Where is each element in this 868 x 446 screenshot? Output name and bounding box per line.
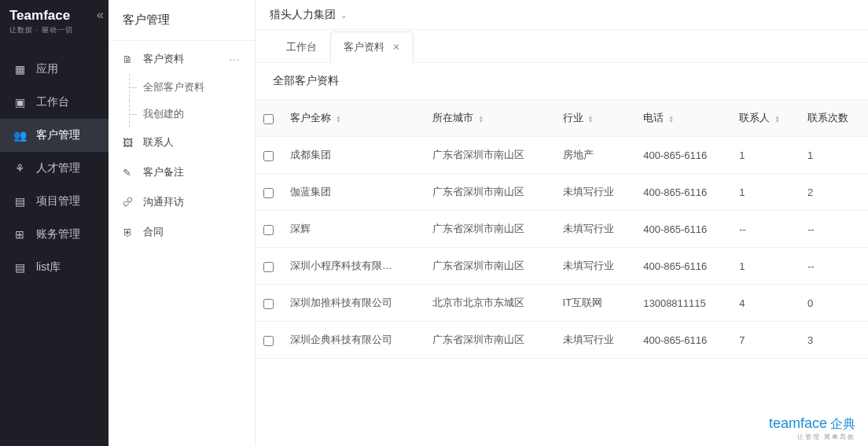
footer-brand: teamface企典 让管理·简单高效 (769, 415, 855, 441)
col-phone[interactable]: 电话▲▼ (635, 100, 731, 137)
more-icon[interactable]: ··· (229, 53, 241, 65)
row-checkbox[interactable] (263, 262, 274, 272)
workbench-icon: ▣ (13, 96, 27, 109)
chat-icon: 🗪 (123, 197, 135, 208)
table-row[interactable]: 深圳小程序科技有限…广东省深圳市南山区未填写行业400-865-61161-- (256, 248, 868, 285)
table-header-row: 客户全称▲▼ 所在城市▲▼ 行业▲▼ 电话▲▼ 联系人▲▼ 联系次数 (256, 100, 868, 137)
subnav-sub-my-created[interactable]: 我创建的 (143, 101, 255, 127)
tab-bar: 工作台 客户资料✕ (256, 30, 868, 63)
cell-city: 广东省深圳市南山区 (425, 248, 554, 285)
apps-icon: ▦ (13, 63, 27, 76)
col-city[interactable]: 所在城市▲▼ (425, 100, 554, 137)
subnav-item-contacts[interactable]: 🖾联系人 (108, 127, 255, 157)
select-all-checkbox[interactable] (263, 114, 274, 124)
sort-icon: ▲▼ (774, 115, 780, 123)
cell-contact: 4 (731, 285, 800, 322)
document-icon: 🗎 (123, 53, 135, 65)
main-nav: ▦应用 ▣工作台 👥客户管理 ⚘人才管理 ▤项目管理 ⊞账务管理 ▤list库 (0, 42, 108, 446)
cell-name: 深辉 (282, 211, 425, 248)
nav-item-workbench[interactable]: ▣工作台 (0, 86, 108, 119)
sub-nav: 客户管理 🗎 客户资料 ··· 全部客户资料 我创建的 🖾联系人 ✎客户备注 🗪… (108, 0, 256, 446)
sort-icon: ▲▼ (588, 115, 594, 123)
tab-workbench[interactable]: 工作台 (273, 31, 330, 62)
shield-icon: ⛨ (123, 227, 135, 238)
cell-name: 伽蓝集团 (282, 174, 425, 211)
projects-icon: ▤ (13, 195, 27, 208)
cell-city: 北京市北京市东城区 (425, 285, 554, 322)
subnav-item-customer-data[interactable]: 🗎 客户资料 ··· (108, 44, 255, 74)
cell-count: -- (800, 248, 868, 285)
cell-contact: 1 (731, 248, 800, 285)
org-selector[interactable]: 猎头人力集团⌄ (270, 8, 347, 22)
cell-name: 成都集团 (282, 137, 425, 174)
cell-phone: 400-865-6116 (635, 248, 731, 285)
header-bar: 猎头人力集团⌄ (256, 0, 868, 30)
close-icon[interactable]: ✕ (392, 42, 400, 53)
col-count[interactable]: 联系次数 (800, 100, 868, 137)
cell-industry: 未填写行业 (555, 174, 636, 211)
customers-icon: 👥 (13, 129, 27, 142)
nav-item-projects[interactable]: ▤项目管理 (0, 185, 108, 218)
cell-industry: 未填写行业 (555, 322, 636, 359)
row-checkbox[interactable] (263, 336, 274, 346)
list-icon: ▤ (13, 261, 27, 274)
sidebar-collapse-icon[interactable]: « (97, 8, 104, 22)
cell-industry: 房地产 (555, 137, 636, 174)
cell-city: 广东省深圳市南山区 (425, 137, 554, 174)
row-checkbox[interactable] (263, 299, 274, 309)
nav-item-talent[interactable]: ⚘人才管理 (0, 152, 108, 185)
table-row[interactable]: 深圳加推科技有限公司北京市北京市东城区IT互联网1300881111540 (256, 285, 868, 322)
col-name[interactable]: 客户全称▲▼ (282, 100, 425, 137)
notes-icon: ✎ (123, 167, 135, 179)
cell-contact: 1 (731, 174, 800, 211)
subnav-title: 客户管理 (108, 0, 255, 41)
cell-count: 3 (800, 322, 868, 359)
col-industry[interactable]: 行业▲▼ (555, 100, 636, 137)
cell-industry: IT互联网 (555, 285, 636, 322)
cell-city: 广东省深圳市南山区 (425, 322, 554, 359)
finance-icon: ⊞ (13, 228, 27, 241)
cell-phone: 400-865-6116 (635, 137, 731, 174)
subnav-item-contracts[interactable]: ⛨合同 (108, 217, 255, 247)
cell-phone: 400-865-6116 (635, 211, 731, 248)
subnav-sub-all-customers[interactable]: 全部客户资料 (143, 74, 255, 101)
table-row[interactable]: 深辉广东省深圳市南山区未填写行业400-865-6116---- (256, 211, 868, 248)
cell-count: 2 (800, 174, 868, 211)
subnav-item-visits[interactable]: 🗪沟通拜访 (108, 187, 255, 217)
cell-contact: -- (731, 211, 800, 248)
cell-count: 0 (800, 285, 868, 322)
sort-icon: ▲▼ (478, 115, 484, 123)
brand-subtitle: 让数据 · 驱动一切 (9, 25, 99, 35)
cell-contact: 7 (731, 322, 800, 359)
row-checkbox[interactable] (263, 151, 274, 161)
nav-item-list[interactable]: ▤list库 (0, 251, 108, 284)
cell-city: 广东省深圳市南山区 (425, 211, 554, 248)
sort-icon: ▲▼ (668, 115, 674, 123)
main-area: 猎头人力集团⌄ 工作台 客户资料✕ 全部客户资料 客户全称▲▼ 所在城市▲▼ 行… (256, 0, 868, 446)
table-row[interactable]: 成都集团广东省深圳市南山区房地产400-865-611611 (256, 137, 868, 174)
cell-count: -- (800, 211, 868, 248)
cell-name: 深圳加推科技有限公司 (282, 285, 425, 322)
row-checkbox[interactable] (263, 188, 274, 198)
cell-city: 广东省深圳市南山区 (425, 174, 554, 211)
talent-icon: ⚘ (13, 162, 27, 175)
cell-phone: 400-865-6116 (635, 174, 731, 211)
content-title: 全部客户资料 (256, 63, 868, 99)
cell-count: 1 (800, 137, 868, 174)
row-checkbox[interactable] (263, 225, 274, 235)
cell-contact: 1 (731, 137, 800, 174)
nav-item-finance[interactable]: ⊞账务管理 (0, 218, 108, 251)
customer-table: 客户全称▲▼ 所在城市▲▼ 行业▲▼ 电话▲▼ 联系人▲▼ 联系次数 成都集团广… (256, 99, 868, 359)
col-contact[interactable]: 联系人▲▼ (731, 100, 800, 137)
cell-industry: 未填写行业 (555, 211, 636, 248)
cell-phone: 13008811115 (635, 285, 731, 322)
cell-phone: 400-865-6116 (635, 322, 731, 359)
table-row[interactable]: 深圳企典科技有限公司广东省深圳市南山区未填写行业400-865-611673 (256, 322, 868, 359)
subnav-item-notes[interactable]: ✎客户备注 (108, 157, 255, 187)
nav-item-apps[interactable]: ▦应用 (0, 53, 108, 86)
table-row[interactable]: 伽蓝集团广东省深圳市南山区未填写行业400-865-611612 (256, 174, 868, 211)
tab-customer-data[interactable]: 客户资料✕ (330, 31, 414, 63)
nav-item-customers[interactable]: 👥客户管理 (0, 119, 108, 152)
contact-icon: 🖾 (123, 137, 135, 149)
cell-name: 深圳小程序科技有限… (282, 248, 425, 285)
